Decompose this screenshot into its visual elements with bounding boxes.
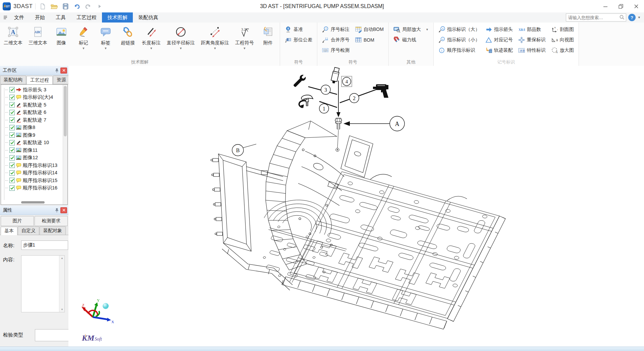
properties-tab-check-req[interactable]: 检测要求	[35, 216, 68, 226]
tree-item-checkbox[interactable]	[9, 163, 15, 168]
ribbon-button-part-count[interactable]: XR/L部品数	[518, 26, 546, 33]
help-button[interactable]: ?	[628, 14, 636, 21]
workspace-tab-1[interactable]: 装配结构	[0, 76, 26, 84]
tree-item-checkbox[interactable]	[9, 110, 15, 115]
tree-item-10[interactable]: 图像12	[2, 154, 63, 162]
tree-item-11[interactable]: 顺序指示标识13	[2, 162, 63, 169]
close-button[interactable]	[629, 0, 644, 12]
open-folder-icon[interactable]	[50, 2, 58, 11]
ribbon-button-image[interactable]: 图像	[50, 23, 72, 46]
properties-close-icon[interactable]	[60, 207, 67, 213]
new-document-icon[interactable]	[38, 2, 47, 11]
ribbon-button-correspond-mark[interactable]: 对应记号	[485, 36, 513, 44]
ribbon-button-attachment[interactable]: 附件	[257, 23, 279, 46]
tree-item-checkbox[interactable]	[9, 140, 15, 145]
tree-item-7[interactable]: 图像9	[2, 131, 63, 139]
properties-subtab-3[interactable]: 装配对象	[40, 226, 66, 235]
tree-item-checkbox[interactable]	[9, 125, 15, 130]
ribbon-button-partial-zoom[interactable]: 局部放大▼	[393, 26, 429, 33]
menu-lines-icon[interactable]	[0, 12, 9, 23]
ribbon-button-magnet[interactable]: 磁力线	[393, 36, 429, 44]
tree-item-13[interactable]: 顺序指示标识15	[2, 177, 63, 184]
ribbon-button-tag-bubble[interactable]: 标签▼	[95, 23, 117, 50]
tree-item-checkbox[interactable]	[9, 102, 15, 107]
callout-2[interactable]: 2	[350, 93, 359, 103]
ribbon-button-seq-indicate[interactable]: 1顺序指示标识	[438, 47, 480, 54]
content-scrollbar[interactable]: ▲ ▼	[59, 256, 64, 312]
ribbon-button-enlarge-view[interactable]: A放大图	[551, 47, 574, 54]
menu-tab-2[interactable]: 开始	[30, 12, 50, 23]
ribbon-button-indicate-arrow[interactable]: 指示箭头	[485, 26, 513, 33]
tree-item-3[interactable]: 装配轨迹 5	[2, 101, 63, 109]
callout-b[interactable]: B	[232, 144, 256, 156]
menu-tab-1[interactable]: 文件	[9, 12, 30, 23]
ribbon-button-text-2d[interactable]: A二维文本	[1, 23, 25, 46]
tree-item-2[interactable]: 指示标识(大)4	[2, 94, 63, 101]
ribbon-button-hyperlink[interactable]: 超链接	[117, 23, 139, 46]
ribbon-button-marker[interactable]: 标记▼	[72, 23, 95, 50]
properties-subtab-1[interactable]: 基本	[1, 227, 17, 235]
tree-item-checkbox[interactable]	[9, 178, 15, 183]
tree-vertical-scrollbar[interactable]	[63, 85, 67, 205]
pin-icon[interactable]	[54, 208, 60, 213]
tree-item-5[interactable]: 装配轨迹 7	[2, 116, 63, 124]
properties-tab-picture[interactable]: 图片	[1, 216, 34, 226]
tree-item-8[interactable]: 装配轨迹 10	[2, 139, 63, 147]
tree-item-checkbox[interactable]	[9, 170, 15, 176]
ribbon-button-direction-view[interactable]: A向视图	[551, 36, 574, 44]
ribbon-button-weight-mark[interactable]: 重保标识	[518, 36, 546, 44]
ribbon-button-gdt[interactable]: 形位公差	[285, 36, 312, 44]
workspace-tab-2[interactable]: 工艺过程	[26, 76, 53, 84]
ribbon-button-track-assembly[interactable]: 轨迹装配	[485, 47, 513, 54]
properties-subtab-2[interactable]: 自定义	[18, 226, 39, 235]
ribbon-button-datum[interactable]: A基准	[285, 26, 312, 33]
callout-1[interactable]: 1	[319, 104, 329, 113]
tree-horizontal-scrollbar[interactable]	[21, 201, 45, 204]
restore-button[interactable]	[613, 0, 629, 12]
tree-item-6[interactable]: 图像8	[2, 124, 63, 132]
content-textarea[interactable]: ▲ ▼	[21, 255, 65, 312]
workspace-close-icon[interactable]	[60, 68, 67, 74]
minimize-button[interactable]	[598, 0, 613, 12]
bolt-annotation[interactable]	[335, 118, 342, 151]
tree-item-checkbox[interactable]	[9, 117, 15, 123]
tree-item-checkbox[interactable]	[9, 132, 15, 138]
tree-item-14[interactable]: 顺序指示标识16	[2, 184, 63, 192]
workspace-tab-3[interactable]: 资源	[53, 76, 69, 84]
tree-item-9[interactable]: 图像11	[2, 146, 63, 154]
ribbon-button-bom[interactable]: BOM	[355, 36, 384, 44]
ribbon-button-feature-mark[interactable]: 水密特性标识	[518, 47, 546, 54]
ribbon-button-dim-angle[interactable]: 距离角度标注▼	[198, 23, 232, 50]
ribbon-button-seq-label[interactable]: 1序号标注	[322, 26, 350, 33]
help-caret-icon[interactable]: ▼	[638, 16, 641, 19]
check-type-input[interactable]	[35, 329, 68, 341]
tree-item-4[interactable]: 装配轨迹 6	[2, 109, 63, 117]
ribbon-button-eng-symbol[interactable]: 3.2工程符号▼	[232, 23, 257, 50]
ribbon-button-indicate-small[interactable]: a指示标识（小）	[438, 36, 480, 44]
menu-tab-4[interactable]: 工艺过程	[71, 12, 102, 23]
pin-icon[interactable]	[54, 68, 60, 73]
tree-item-checkbox[interactable]	[9, 155, 15, 161]
ribbon-button-text-3d[interactable]: ABC三维文本	[25, 23, 50, 46]
ribbon-button-dim-length[interactable]: 长度标注▼	[139, 23, 164, 50]
name-input[interactable]	[21, 240, 68, 250]
ribbon-button-section-view[interactable]: AA剖面图	[551, 26, 574, 33]
search-input[interactable]	[566, 13, 626, 21]
ribbon-button-merge-seq[interactable]: 12合并序号	[322, 36, 350, 44]
menu-tab-5[interactable]: 技术图解	[102, 12, 133, 23]
play-icon[interactable]	[95, 2, 104, 11]
callout-4[interactable]: 4	[341, 76, 352, 87]
tree-item-1[interactable]: 指示箭头 3	[2, 86, 63, 94]
callout-3[interactable]: 3	[321, 85, 330, 94]
callout-a[interactable]: A	[343, 116, 405, 131]
ribbon-button-indicate-big[interactable]: A指示标识（大）	[438, 26, 480, 33]
hand-tighten-tool-icon[interactable]	[299, 95, 313, 108]
redo-icon[interactable]	[84, 2, 93, 11]
tree-item-checkbox[interactable]	[9, 87, 15, 92]
undo-icon[interactable]	[72, 2, 81, 11]
search-icon[interactable]	[620, 15, 625, 20]
ribbon-button-seq-check[interactable]: 123序号检测	[322, 47, 350, 54]
wrench-tool-icon[interactable]	[292, 73, 308, 89]
save-icon[interactable]	[61, 2, 70, 11]
ribbon-button-dim-diameter[interactable]: 直径半径标注▼	[164, 23, 198, 50]
